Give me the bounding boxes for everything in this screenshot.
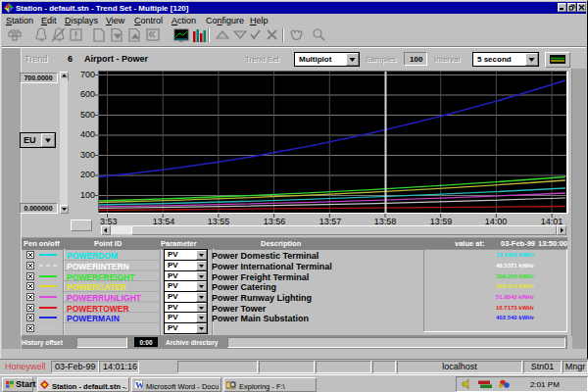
svg-text:W: W <box>135 380 143 389</box>
